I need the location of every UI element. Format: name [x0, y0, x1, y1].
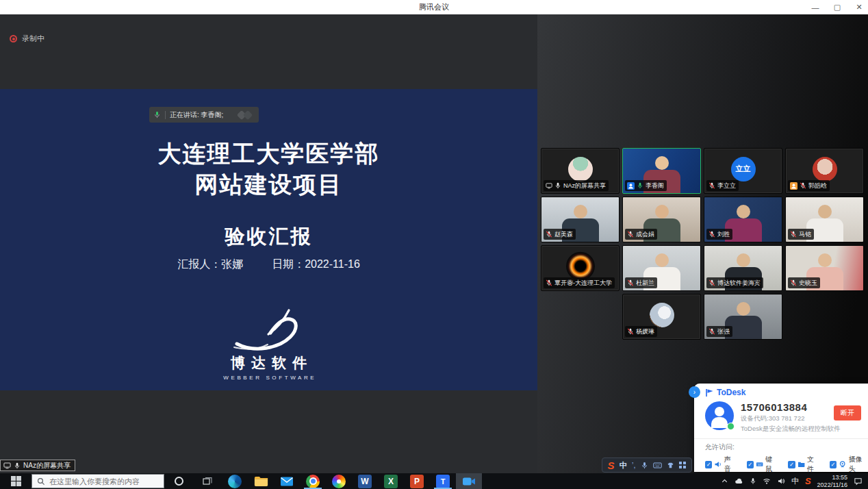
permission-sound[interactable]: ✓ 声音: [705, 455, 737, 474]
sogou-logo-icon[interactable]: S: [608, 460, 615, 471]
participant-tile[interactable]: 成会娟: [622, 197, 701, 242]
checkbox-checked-icon[interactable]: ✓: [788, 461, 795, 468]
taskbar-photos-button[interactable]: [326, 473, 352, 489]
tray-mic-icon[interactable]: [750, 477, 756, 485]
mic-muted-icon: [627, 328, 634, 335]
mic-on-icon: [554, 182, 561, 189]
meeting-watermark-icon: [237, 110, 255, 120]
participant-label: 张强: [706, 326, 732, 337]
window-titlebar: 腾讯会议 — ▢ ✕: [0, 0, 868, 14]
participant-name: 成会娟: [636, 230, 654, 239]
folder-icon: [797, 460, 805, 468]
tray-sogou-icon[interactable]: S: [805, 476, 811, 486]
participant-tile[interactable]: 杨媛琳: [622, 294, 701, 340]
participant-tile[interactable]: 郭皓晗: [785, 148, 864, 194]
taskbar-mail-button[interactable]: [274, 473, 300, 489]
disconnect-button[interactable]: 断开: [834, 405, 861, 421]
tray-clock[interactable]: 13:55 2022/11/16: [817, 474, 847, 488]
cortana-button[interactable]: [164, 473, 193, 489]
taskbar-excel-button[interactable]: X: [378, 473, 404, 489]
ime-mic-icon[interactable]: [641, 462, 648, 469]
maximize-button-icon[interactable]: ▢: [832, 3, 842, 12]
mic-muted-icon: [627, 231, 634, 238]
taskbar-tencent-meeting-button[interactable]: [456, 473, 482, 489]
participant-tile[interactable]: 史晓玉: [785, 245, 864, 291]
task-view-button[interactable]: [193, 473, 222, 489]
todesk-info: 15706013884 设备代码:303 781 722 ToDesk是安全流畅…: [741, 401, 827, 434]
taskbar-todesk-button[interactable]: T: [430, 473, 456, 489]
minimize-button-icon[interactable]: —: [810, 3, 820, 12]
clock-time: 13:55: [817, 474, 847, 481]
speaker-icon: [714, 460, 722, 468]
tray-network-icon[interactable]: [763, 477, 771, 485]
banner-divider: [165, 111, 166, 119]
ime-punctuation-icon[interactable]: ’,: [632, 461, 636, 469]
windows-logo-icon: [11, 476, 21, 486]
permission-files[interactable]: ✓ 文件: [788, 455, 820, 474]
participant-label: 李香阁: [625, 180, 667, 191]
avatar: [566, 251, 595, 280]
mic-muted-icon: [790, 279, 797, 286]
participant-tile[interactable]: 博达软件姜海宾: [704, 245, 782, 291]
participant-name: NAz的屏幕共享: [563, 181, 606, 190]
mic-muted-icon: [546, 231, 552, 238]
clock-date: 2022/11/16: [817, 481, 847, 489]
permission-camera[interactable]: ✓ 摄像头: [830, 455, 868, 474]
mic-muted-icon: [790, 231, 797, 238]
taskbar-search-box[interactable]: [31, 474, 164, 488]
participant-tile[interactable]: 刘胜: [704, 197, 782, 242]
participant-tile[interactable]: 立立 李立立: [704, 148, 782, 194]
participant-tile-naz[interactable]: NAz的屏幕共享: [541, 148, 620, 194]
search-input[interactable]: [49, 477, 152, 486]
participant-tile-speaking[interactable]: 李香阁: [622, 148, 701, 194]
taskbar-edge-button[interactable]: [222, 473, 248, 489]
screen-share-floating-label[interactable]: NAz的屏幕共享: [0, 460, 75, 471]
participant-tile[interactable]: 赵美森: [541, 197, 620, 242]
participant-tile[interactable]: 杜新兰: [622, 245, 701, 291]
checkbox-checked-icon[interactable]: ✓: [830, 461, 837, 468]
close-button-icon[interactable]: ✕: [854, 3, 864, 12]
speaking-banner: 正在讲话: 李香阁;: [149, 107, 259, 123]
participant-tile[interactable]: 马铭: [785, 197, 864, 242]
host-badge-icon: [627, 182, 635, 190]
participant-name: 张强: [717, 327, 730, 336]
sogou-ime-toolbar[interactable]: S 中 ’,: [602, 457, 692, 473]
checkbox-checked-icon[interactable]: ✓: [705, 461, 712, 468]
checkbox-checked-icon[interactable]: ✓: [747, 461, 754, 468]
tray-cloud-icon[interactable]: [735, 477, 743, 485]
taskbar-pinned-apps: W X P T: [222, 473, 482, 489]
permission-keyboard-mouse[interactable]: ✓ 键鼠: [747, 455, 779, 474]
slide-title: 大连理工大学医学部 网站建设项目: [0, 138, 537, 200]
webcam-icon: [839, 460, 846, 468]
avatar: [568, 157, 593, 181]
todesk-header: ToDesk: [694, 384, 868, 399]
notification-center-icon[interactable]: [854, 477, 863, 486]
mic-muted-icon: [709, 328, 715, 335]
person-badge-icon: [790, 182, 797, 190]
avatar: [813, 157, 837, 181]
taskbar-word-button[interactable]: W: [352, 473, 378, 489]
collapse-chevron-icon[interactable]: ›: [689, 386, 700, 398]
avatar-initials: 立立: [731, 157, 756, 181]
participant-tile[interactable]: 张强: [704, 294, 782, 340]
mic-muted-icon: [800, 182, 806, 189]
powerpoint-icon: P: [410, 475, 424, 488]
taskbar-explorer-button[interactable]: [248, 473, 274, 489]
taskbar-chrome-button[interactable]: [300, 473, 326, 489]
search-icon: [37, 477, 45, 486]
word-icon: W: [358, 475, 372, 488]
start-button[interactable]: [0, 473, 31, 489]
todesk-logo-icon: [705, 388, 714, 397]
participant-tile[interactable]: 覃开蓉-大连理工大学: [541, 245, 620, 291]
ime-mode-chinese[interactable]: 中: [620, 460, 627, 471]
participant-label: 刘胜: [706, 229, 732, 240]
tray-input-mode[interactable]: 中: [791, 476, 799, 486]
tray-volume-icon[interactable]: [777, 477, 785, 485]
ime-keyboard-icon[interactable]: [653, 462, 662, 469]
slide-reporter: 汇报人：张娜: [177, 258, 243, 272]
window-title: 腾讯会议: [419, 2, 449, 12]
ime-toolbox-icon[interactable]: [679, 462, 686, 468]
ime-skin-icon[interactable]: [667, 462, 674, 469]
tray-chevron-up-icon[interactable]: [721, 477, 728, 485]
taskbar-powerpoint-button[interactable]: P: [404, 473, 430, 489]
